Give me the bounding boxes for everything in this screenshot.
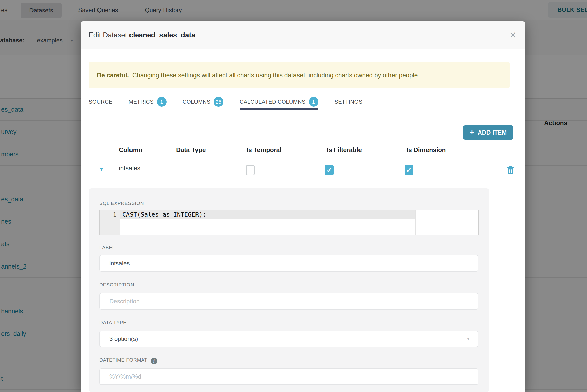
delete-trash-icon[interactable] <box>505 165 516 176</box>
tab-calculated-columns[interactable]: CALCULATED COLUMNS1 <box>240 94 318 109</box>
column-name: intsales <box>119 165 140 172</box>
tab-settings[interactable]: SETTINGS <box>335 94 363 109</box>
modal-title: Edit Dataset cleaned_sales_data <box>89 21 195 49</box>
tab-count-badge: 25 <box>214 97 223 107</box>
column-header-column: Column <box>119 146 142 154</box>
tab-count-badge: 1 <box>309 97 318 107</box>
column-header-is-filterable: Is Filterable <box>327 146 362 154</box>
tab-label: SETTINGS <box>335 99 363 105</box>
plus-icon: + <box>470 128 474 137</box>
sql-code-editor[interactable]: 1 CAST(Sales as INTEGER); <box>99 210 479 235</box>
add-item-label: ADD ITEM <box>478 129 507 136</box>
modal-title-dataset-name: cleaned_sales_data <box>129 31 195 39</box>
datetime-format-field-label: DATETIME FORMATi <box>99 357 157 364</box>
tab-count-badge: 1 <box>157 97 167 107</box>
collapse-caret-icon[interactable]: ▾ <box>100 166 103 172</box>
close-icon[interactable]: ✕ <box>505 21 520 49</box>
modal-title-prefix: Edit Dataset <box>89 31 127 39</box>
tab-label: CALCULATED COLUMNS <box>240 99 305 105</box>
editor-gutter: 1 <box>100 210 120 235</box>
is-filterable-checkbox[interactable]: ✓ <box>325 165 334 175</box>
tab-label: METRICS <box>128 99 154 105</box>
datetime-format-label-text: DATETIME FORMAT <box>99 357 147 363</box>
calculated-columns-header-row: ColumnData TypeIs TemporalIs FilterableI… <box>89 146 518 155</box>
label-input[interactable] <box>99 255 478 272</box>
modal-header: Edit Dataset cleaned_sales_data ✕ <box>81 21 525 49</box>
info-icon[interactable]: i <box>151 358 157 364</box>
description-input[interactable] <box>99 293 478 310</box>
label-field-label: LABEL <box>99 245 115 250</box>
tab-source[interactable]: SOURCE <box>89 94 112 109</box>
add-item-button[interactable]: + ADD ITEM <box>463 125 513 140</box>
tab-metrics[interactable]: METRICS1 <box>128 94 167 109</box>
edit-dataset-modal: Edit Dataset cleaned_sales_data ✕ Be car… <box>81 21 525 392</box>
sql-expression-label: SQL EXPRESSION <box>99 201 144 206</box>
is-dimension-checkbox[interactable]: ✓ <box>405 165 413 175</box>
warning-banner-bold: Be careful. <box>97 72 129 79</box>
data-type-value: 3 option(s) <box>109 335 138 342</box>
column-header-is-dimension: Is Dimension <box>407 146 446 154</box>
calculated-column-row: ▾ intsales ✓ ✓ <box>89 159 518 182</box>
sql-code-text: CAST(Sales as INTEGER); <box>122 210 206 219</box>
warning-banner-text: Changing these settings will affect all … <box>132 72 420 79</box>
description-field-label: DESCRIPTION <box>99 282 134 288</box>
tab-label: COLUMNS <box>183 99 210 105</box>
is-temporal-checkbox[interactable] <box>246 165 255 175</box>
tab-columns[interactable]: COLUMNS25 <box>183 94 223 109</box>
modal-tabs: SOURCEMETRICS1COLUMNS25CALCULATED COLUMN… <box>89 94 518 110</box>
datetime-format-input[interactable] <box>99 368 478 385</box>
tab-label: SOURCE <box>89 99 112 105</box>
column-header-is-temporal: Is Temporal <box>247 146 281 154</box>
column-editor-panel: SQL EXPRESSION 1 CAST(Sales as INTEGER);… <box>89 188 489 392</box>
editor-line-number: 1 <box>113 210 116 219</box>
warning-banner: Be careful. Changing these settings will… <box>89 62 510 88</box>
editor-print-margin <box>415 210 416 235</box>
data-type-field-label: DATA TYPE <box>99 320 127 325</box>
screen: es Datasets Saved Queries Query History … <box>0 0 587 392</box>
select-caret-icon: ▼ <box>466 331 470 347</box>
column-header-data-type: Data Type <box>176 146 206 154</box>
data-type-select[interactable]: 3 option(s) ▼ <box>99 331 478 347</box>
editor-text-cursor <box>207 211 207 218</box>
